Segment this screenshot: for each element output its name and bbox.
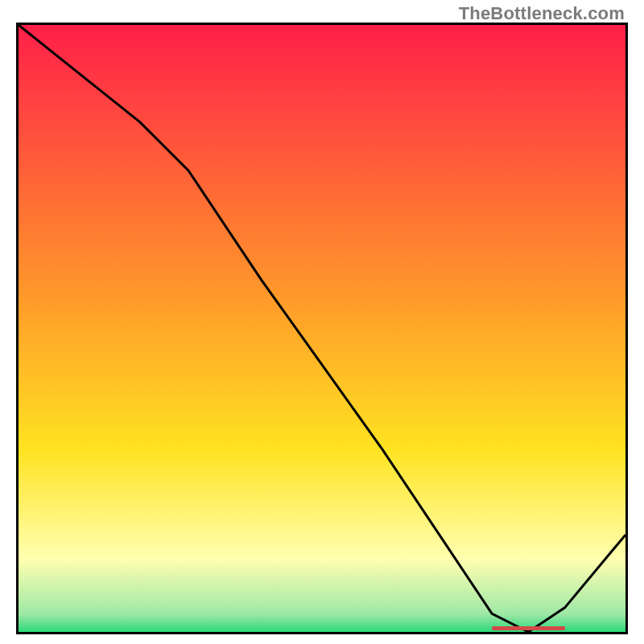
watermark-text: TheBottleneck.com (459, 3, 625, 24)
chart-plot-area (16, 23, 628, 634)
optimum-range-marker (492, 626, 564, 630)
bottleneck-curve (19, 25, 625, 632)
